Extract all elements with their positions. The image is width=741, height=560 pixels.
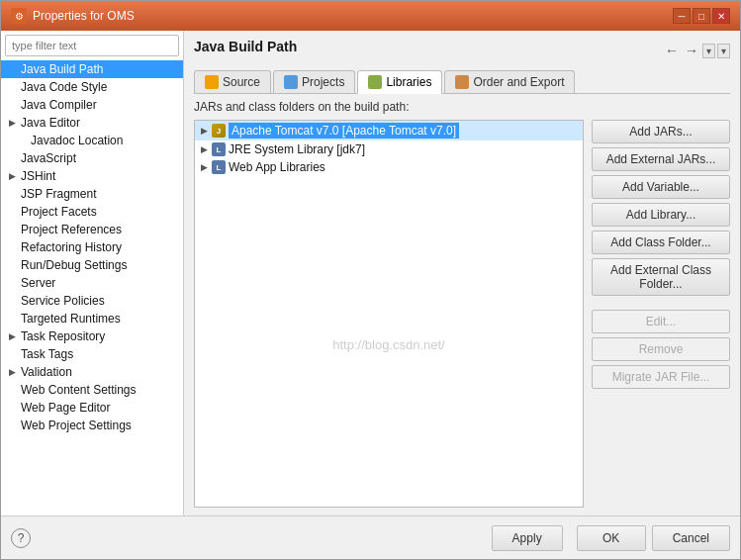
- tree-item-icon: J: [212, 124, 226, 138]
- sidebar-item[interactable]: Run/Debug Settings: [1, 256, 183, 274]
- action-button-add-library---[interactable]: Add Library...: [592, 203, 730, 227]
- sidebar-item-label: Validation: [21, 365, 72, 379]
- help-button[interactable]: ?: [11, 528, 31, 548]
- tab-label: Projects: [302, 75, 344, 89]
- tab-label: Libraries: [386, 75, 431, 89]
- sidebar-item[interactable]: JavaScript: [1, 149, 183, 167]
- sidebar-item[interactable]: Java Compiler: [1, 96, 183, 114]
- sidebar-item[interactable]: Web Project Settings: [1, 417, 183, 434]
- sidebar-item[interactable]: Web Page Editor: [1, 399, 183, 417]
- nav-back-button[interactable]: ←: [663, 43, 681, 58]
- build-path-description: JARs and class folders on the build path…: [194, 100, 730, 114]
- sidebar-item-label: Project Facets: [21, 205, 97, 219]
- sidebar-item-label: Project References: [21, 223, 122, 236]
- close-button[interactable]: ✕: [712, 8, 730, 24]
- panel-header: Java Build Path ← → ▾ ▾: [194, 39, 730, 62]
- sidebar-item[interactable]: Web Content Settings: [1, 381, 183, 399]
- sidebar-item[interactable]: Service Policies: [1, 292, 183, 310]
- tab-icon: [368, 75, 382, 89]
- tab-source[interactable]: Source: [194, 70, 271, 93]
- button-separator: [592, 300, 730, 306]
- sidebar-item-label: Targeted Runtimes: [21, 312, 121, 326]
- action-button-migrate-jar-file---: Migrate JAR File...: [592, 365, 730, 389]
- sidebar-item[interactable]: Project Facets: [1, 203, 183, 221]
- sidebar-item[interactable]: Javadoc Location: [1, 132, 183, 149]
- nav-forward-button[interactable]: →: [683, 43, 700, 58]
- sidebar-item-label: Javadoc Location: [31, 134, 123, 147]
- tree-item-icon: L: [212, 142, 226, 156]
- maximize-button[interactable]: □: [693, 8, 710, 24]
- tree-item[interactable]: ▶LJRE System Library [jdk7]: [195, 140, 583, 158]
- tab-projects[interactable]: Projects: [273, 70, 355, 93]
- window-title: Properties for OMS: [33, 9, 135, 23]
- sidebar-item[interactable]: Server: [1, 274, 183, 292]
- watermark: http://blog.csdn.net/: [332, 337, 444, 352]
- minimize-button[interactable]: ─: [673, 8, 691, 24]
- tab-libraries[interactable]: Libraries: [357, 70, 442, 94]
- window-icon: ⚙: [11, 8, 27, 24]
- sidebar-list: Java Build PathJava Code StyleJava Compi…: [1, 60, 183, 515]
- sidebar-item-label: Task Tags: [21, 347, 73, 361]
- tab-order-and-export[interactable]: Order and Export: [444, 70, 575, 93]
- tree-expand-arrow: ▶: [199, 126, 209, 136]
- bottom-bar: ? Apply OK Cancel: [1, 515, 740, 559]
- title-bar: ⚙ Properties for OMS ─ □ ✕: [1, 1, 740, 31]
- sidebar-item[interactable]: Targeted Runtimes: [1, 310, 183, 327]
- sidebar-item-label: Web Project Settings: [21, 419, 132, 432]
- sidebar: Java Build PathJava Code StyleJava Compi…: [1, 31, 184, 515]
- action-button-edit---: Edit...: [592, 310, 730, 333]
- nav-dropdown2-button[interactable]: ▾: [717, 44, 730, 58]
- filter-input[interactable]: [5, 35, 179, 56]
- right-buttons: Add JARs...Add External JARs...Add Varia…: [592, 120, 730, 508]
- main-content: Java Build PathJava Code StyleJava Compi…: [1, 31, 740, 515]
- sidebar-wrapper: Java Build PathJava Code StyleJava Compi…: [1, 60, 183, 515]
- sidebar-item-label: Server: [21, 276, 55, 290]
- sidebar-item[interactable]: ▶Validation: [1, 363, 183, 381]
- tree-panel: http://blog.csdn.net/ ▶JApache Tomcat v7…: [194, 120, 584, 508]
- tabs-row: SourceProjectsLibrariesOrder and Export: [194, 70, 730, 94]
- right-panel: Java Build Path ← → ▾ ▾ SourceProjectsLi…: [184, 31, 740, 515]
- title-bar-controls: ─ □ ✕: [673, 8, 730, 24]
- sidebar-item[interactable]: ▶JSHint: [1, 167, 183, 185]
- sidebar-item[interactable]: Java Build Path: [1, 60, 183, 78]
- sidebar-item[interactable]: ▶Task Repository: [1, 327, 183, 345]
- sidebar-item-label: JavaScript: [21, 151, 76, 165]
- sidebar-item-label: Web Content Settings: [21, 383, 137, 397]
- sidebar-item[interactable]: ▶Java Editor: [1, 114, 183, 132]
- action-button-add-external-jars---[interactable]: Add External JARs...: [592, 147, 730, 171]
- sidebar-item[interactable]: Refactoring History: [1, 238, 183, 256]
- sidebar-item-label: Java Compiler: [21, 98, 97, 112]
- sidebar-item-label: Run/Debug Settings: [21, 258, 127, 272]
- action-button-add-external-class-folder---[interactable]: Add External Class Folder...: [592, 258, 730, 296]
- cancel-button[interactable]: Cancel: [652, 525, 730, 551]
- sidebar-item-label: Refactoring History: [21, 240, 122, 254]
- panel-title: Java Build Path: [194, 39, 297, 54]
- tab-icon: [455, 75, 469, 89]
- apply-button[interactable]: Apply: [492, 525, 563, 551]
- tree-expand-arrow: ▶: [199, 144, 209, 154]
- action-button-add-variable---[interactable]: Add Variable...: [592, 175, 730, 199]
- nav-dropdown-button[interactable]: ▾: [702, 44, 715, 58]
- ok-button[interactable]: OK: [577, 525, 646, 551]
- sidebar-item-label: JSP Fragment: [21, 187, 96, 201]
- tree-item[interactable]: ▶LWeb App Libraries: [195, 158, 583, 176]
- tab-icon: [205, 75, 219, 89]
- sidebar-item[interactable]: Task Tags: [1, 345, 183, 363]
- action-button-add-class-folder---[interactable]: Add Class Folder...: [592, 231, 730, 254]
- sidebar-item-label: JSHint: [21, 169, 55, 183]
- sidebar-item[interactable]: Project References: [1, 221, 183, 238]
- sidebar-item-label: Web Page Editor: [21, 401, 111, 415]
- sidebar-item-label: Java Code Style: [21, 80, 107, 94]
- action-button-add-jars---[interactable]: Add JARs...: [592, 120, 730, 143]
- title-bar-left: ⚙ Properties for OMS: [11, 8, 135, 24]
- tree-expand-arrow: ▶: [199, 162, 209, 172]
- nav-arrows: ← → ▾ ▾: [663, 43, 730, 58]
- action-button-remove: Remove: [592, 337, 730, 361]
- tab-label: Source: [223, 75, 260, 89]
- sidebar-item[interactable]: JSP Fragment: [1, 185, 183, 203]
- left-content: http://blog.csdn.net/ ▶JApache Tomcat v7…: [194, 120, 584, 508]
- sidebar-item[interactable]: Java Code Style: [1, 78, 183, 96]
- content-area: http://blog.csdn.net/ ▶JApache Tomcat v7…: [194, 120, 730, 508]
- tree-item[interactable]: ▶JApache Tomcat v7.0 [Apache Tomcat v7.0…: [195, 121, 583, 140]
- sidebar-item-label: Java Editor: [21, 116, 80, 130]
